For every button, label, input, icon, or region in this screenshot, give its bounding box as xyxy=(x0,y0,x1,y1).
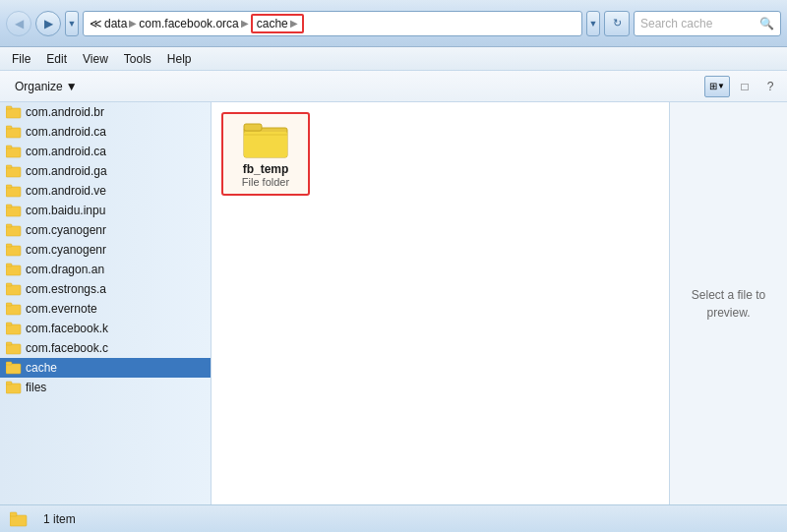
status-item-count: 1 item xyxy=(43,512,76,526)
main-layout: com.android.br com.android.ca com.androi… xyxy=(0,102,787,504)
svg-rect-20 xyxy=(6,305,21,315)
svg-rect-0 xyxy=(6,108,21,118)
sidebar-item-4[interactable]: com.android.ve xyxy=(0,181,211,201)
svg-rect-21 xyxy=(6,303,12,306)
svg-rect-8 xyxy=(6,187,21,197)
sidebar-item-12[interactable]: com.facebook.c xyxy=(0,338,211,358)
nav-dropdown-button[interactable]: ▼ xyxy=(65,11,79,36)
menu-file[interactable]: File xyxy=(4,50,38,68)
address-dropdown-button[interactable]: ▼ xyxy=(586,11,600,36)
folder-icon xyxy=(6,341,22,355)
fb-temp-folder-item[interactable]: fb_temp File folder xyxy=(221,112,310,196)
window-button[interactable]: □ xyxy=(734,76,756,97)
folder-name: fb_temp xyxy=(243,162,289,176)
svg-rect-18 xyxy=(6,285,21,295)
menu-tools[interactable]: Tools xyxy=(116,50,159,68)
sidebar-item-1[interactable]: com.android.ca xyxy=(0,122,211,142)
svg-rect-13 xyxy=(6,224,12,227)
folder-icon xyxy=(6,184,22,198)
address-cache-segment[interactable]: cache ▶ xyxy=(251,14,304,33)
svg-rect-1 xyxy=(6,106,12,109)
folder-icon xyxy=(6,322,22,335)
back-button[interactable]: ◀ xyxy=(6,11,31,36)
sidebar-item-files[interactable]: files xyxy=(0,378,211,397)
svg-rect-23 xyxy=(6,323,12,325)
view-icon: ⊞ xyxy=(709,81,717,91)
svg-rect-35 xyxy=(10,512,17,516)
svg-rect-16 xyxy=(6,266,21,275)
sidebar-item-9[interactable]: com.estrongs.a xyxy=(0,279,211,299)
sidebar[interactable]: com.android.br com.android.ca com.androi… xyxy=(0,102,212,504)
search-icon: 🔍 xyxy=(759,17,774,30)
folder-icon xyxy=(6,105,22,119)
folder-icon xyxy=(6,204,22,217)
preview-text: Select a file to preview. xyxy=(680,286,777,322)
menu-help[interactable]: Help xyxy=(159,50,200,68)
svg-rect-32 xyxy=(244,132,287,157)
svg-rect-17 xyxy=(6,264,12,266)
help-icon: ? xyxy=(767,80,774,93)
address-facebook-segment[interactable]: com.facebook.orca ▶ xyxy=(139,17,248,30)
svg-rect-29 xyxy=(6,382,12,384)
view-toggle-button[interactable]: ⊞ ▼ xyxy=(704,76,730,97)
status-folder-icon xyxy=(10,511,28,527)
sidebar-item-10[interactable]: com.evernote xyxy=(0,299,211,319)
menu-bar: File Edit View Tools Help xyxy=(0,47,787,71)
svg-rect-24 xyxy=(6,344,21,354)
forward-button[interactable]: ▶ xyxy=(35,11,61,36)
address-double-arrow: ≪ xyxy=(90,17,102,30)
sidebar-item-11[interactable]: com.facebook.k xyxy=(0,319,211,338)
search-bar[interactable]: Search cache 🔍 xyxy=(634,11,781,36)
svg-rect-5 xyxy=(6,146,12,148)
sidebar-item-2[interactable]: com.android.ca xyxy=(0,142,211,161)
svg-rect-7 xyxy=(6,165,12,168)
status-bar: 1 item xyxy=(0,504,787,532)
svg-rect-28 xyxy=(6,384,21,393)
svg-rect-31 xyxy=(244,124,262,131)
content-area: fb_temp File folder Select a file to pre… xyxy=(212,102,787,504)
sidebar-item-5[interactable]: com.baidu.inpu xyxy=(0,201,211,220)
folder-icon xyxy=(6,125,22,139)
svg-rect-27 xyxy=(6,362,12,365)
sidebar-item-0[interactable]: com.android.br xyxy=(0,102,211,122)
refresh-button[interactable]: ↻ xyxy=(604,11,630,36)
sidebar-item-3[interactable]: com.android.ga xyxy=(0,161,211,181)
organize-label: Organize xyxy=(15,80,63,93)
file-view: fb_temp File folder xyxy=(212,102,669,504)
svg-rect-3 xyxy=(6,126,12,129)
menu-view[interactable]: View xyxy=(75,50,116,68)
folder-icon xyxy=(6,243,22,257)
toolbar: Organize ▼ ⊞ ▼ □ ? xyxy=(0,71,787,102)
help-button[interactable]: ? xyxy=(759,76,781,97)
svg-rect-10 xyxy=(6,207,21,216)
svg-rect-34 xyxy=(10,515,27,526)
organize-dropdown-icon: ▼ xyxy=(66,80,78,93)
window-icon: □ xyxy=(741,80,748,93)
large-folder-icon xyxy=(242,120,289,159)
folder-icon xyxy=(6,145,22,158)
sidebar-item-8[interactable]: com.dragon.an xyxy=(0,260,211,279)
view-dropdown-icon: ▼ xyxy=(717,82,725,90)
folder-icon xyxy=(6,282,22,296)
svg-rect-11 xyxy=(6,205,12,207)
address-bar[interactable]: ≪ data ▶ com.facebook.orca ▶ cache ▶ xyxy=(83,11,582,36)
sidebar-item-6[interactable]: com.cyanogenr xyxy=(0,220,211,240)
svg-rect-15 xyxy=(6,244,12,247)
folder-icon xyxy=(6,263,22,276)
preview-pane: Select a file to preview. xyxy=(669,102,787,504)
svg-rect-6 xyxy=(6,167,21,177)
svg-rect-25 xyxy=(6,342,12,345)
organize-button[interactable]: Organize ▼ xyxy=(6,76,87,97)
folder-icon xyxy=(6,381,22,394)
svg-rect-9 xyxy=(6,185,12,188)
sidebar-item-7[interactable]: com.cyanogenr xyxy=(0,240,211,260)
menu-edit[interactable]: Edit xyxy=(38,50,75,68)
address-data-segment[interactable]: data ▶ xyxy=(104,17,137,30)
address-bar-container: ◀ ▶ ▼ ≪ data ▶ com.facebook.orca ▶ cache… xyxy=(0,0,787,47)
svg-rect-26 xyxy=(6,364,21,374)
svg-rect-14 xyxy=(6,246,21,256)
svg-rect-4 xyxy=(6,148,21,157)
sidebar-item-cache[interactable]: cache xyxy=(0,358,211,378)
folder-icon xyxy=(6,164,22,178)
folder-icon-selected xyxy=(6,361,22,375)
